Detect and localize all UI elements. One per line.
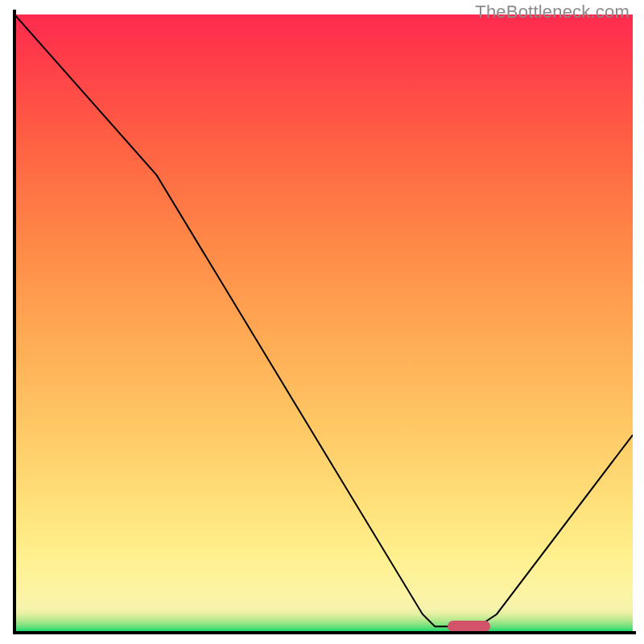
watermark-text: TheBottleneck.com <box>475 2 630 23</box>
highlight-marker <box>448 621 491 632</box>
chart-frame: TheBottleneck.com <box>0 0 644 644</box>
curve-layer <box>14 14 633 633</box>
plot-area <box>14 14 633 633</box>
bottleneck-curve <box>14 14 633 626</box>
